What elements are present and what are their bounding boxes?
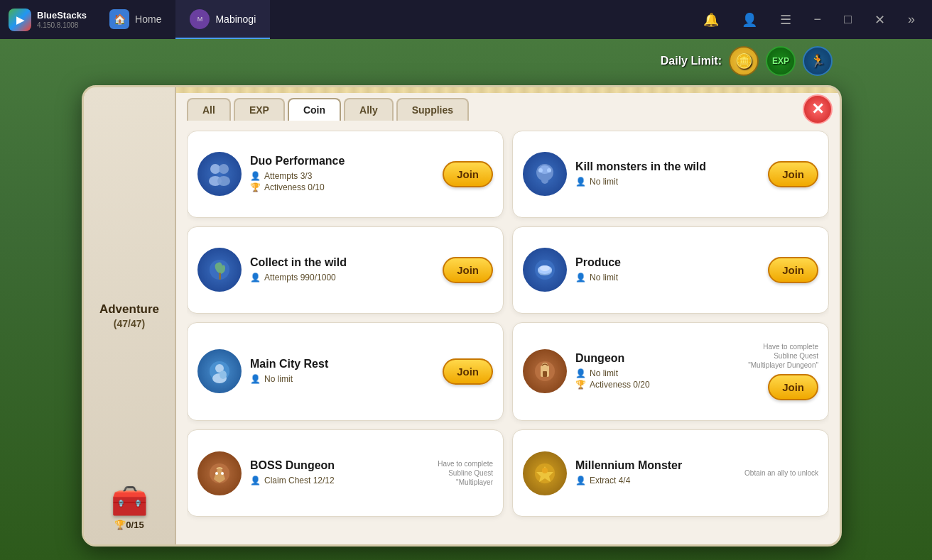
quest-card-millennium: Millennium Monster 👤 Extract 4/4 Obtain … [512, 429, 829, 517]
join-button-collect[interactable]: Join [443, 257, 493, 283]
quest-card-duo: Duo Performance 👤 Attempts 3/3 🏆 Activen… [187, 131, 504, 218]
tab-coin[interactable]: Coin [288, 98, 341, 121]
quest-card-right-dungeon: Have to complete Subline Quest "Multipla… [740, 342, 818, 400]
quest-info-millennium: Millennium Monster 👤 Extract 4/4 [575, 459, 736, 487]
account-icon[interactable]: 👤 [736, 9, 763, 31]
quest-name-collect: Collect in the wild [250, 256, 434, 269]
quest-tab-bar: All EXP Coin Ally Supplies [187, 98, 829, 121]
daily-limit-label: Daily Limit: [661, 55, 722, 67]
svg-rect-10 [219, 273, 221, 280]
quest-info-produce: Produce 👤 No limit [575, 256, 759, 284]
quest-card-boss: BOSS Dungeon 👤 Claim Chest 12/12 Have to… [187, 429, 504, 517]
quest-card-kill-monsters: Kill monsters in the wild 👤 No limit Joi… [512, 131, 829, 218]
quest-icon-boss [197, 451, 242, 495]
svg-point-22 [542, 363, 548, 368]
chest-count: 🏆0/15 [111, 520, 148, 530]
menu-icon[interactable]: ☰ [774, 9, 797, 31]
quest-info-kill: Kill monsters in the wild 👤 No limit [575, 160, 759, 188]
quest-icon-collect [197, 248, 242, 292]
coin-limit-icon[interactable]: 🪙 [729, 46, 759, 76]
tab-ally[interactable]: Ally [344, 98, 394, 121]
quest-name-millennium: Millennium Monster [575, 459, 736, 472]
home-tab-icon: 🏠 [109, 9, 129, 29]
quest-stat-produce-0: 👤 No limit [575, 273, 759, 282]
quest-info-collect: Collect in the wild 👤 Attempts 990/1000 [250, 256, 434, 284]
svg-point-8 [547, 168, 551, 172]
bluestacks-logo-icon: ▶ [9, 9, 31, 31]
maximize-btn[interactable]: □ [838, 9, 857, 30]
notification-icon[interactable]: 🔔 [698, 9, 725, 31]
quest-info-dungeon: Dungeon 👤 No limit 🏆 Activeness 0/20 [575, 352, 732, 391]
join-button-produce[interactable]: Join [768, 257, 818, 283]
quest-stat-millennium-0: 👤 Extract 4/4 [575, 476, 736, 485]
bluestacks-logo-text: BlueStacks 4.150.8.1008 [37, 10, 87, 29]
tab-mabinogi[interactable]: M Mabinogi [175, 0, 270, 39]
close-window-btn[interactable]: ✕ [869, 9, 891, 31]
exp-limit-icon[interactable]: EXP [766, 46, 796, 76]
svg-point-1 [219, 164, 229, 174]
mabi-tab-label: Mabinogi [215, 13, 256, 25]
daily-limit-bar: Daily Limit: 🪙 EXP 🏃 [661, 46, 833, 76]
home-tab-label: Home [135, 13, 161, 25]
tab-exp[interactable]: EXP [234, 98, 285, 121]
tab-home[interactable]: 🏠 Home [95, 0, 175, 39]
svg-point-0 [210, 164, 220, 174]
modal-main-content: All EXP Coin Ally Supplies Duo Per [176, 87, 840, 544]
mabi-tab-icon: M [190, 9, 210, 29]
quest-note-dungeon: Have to complete Subline Quest "Multipla… [740, 342, 818, 370]
main-modal: ✕ Adventure (47/47) 🧰 🏆0/15 All EXP Coin… [82, 85, 842, 547]
sidebar-chest: 🧰 🏆0/15 [111, 483, 148, 530]
sidebar-adventure-label: Adventure (47/47) [99, 302, 159, 330]
quest-card-dungeon: Dungeon 👤 No limit 🏆 Activeness 0/20 Hav… [512, 322, 829, 422]
quest-name-kill: Kill monsters in the wild [575, 160, 759, 173]
quest-icon-rest [197, 349, 242, 393]
topbar-controls: 🔔 👤 ☰ − □ ✕ » [698, 9, 932, 31]
quest-note-boss: Have to complete Subline Quest "Multipla… [415, 459, 493, 487]
quest-icon-wild [523, 152, 567, 196]
bluestacks-logo: ▶ BlueStacks 4.150.8.1008 [0, 9, 95, 31]
svg-point-25 [221, 472, 224, 475]
quest-grid: Duo Performance 👤 Attempts 3/3 🏆 Activen… [187, 131, 829, 524]
figure-limit-icon[interactable]: 🏃 [803, 46, 833, 76]
quest-stat-rest-0: 👤 No limit [250, 374, 434, 384]
quest-icon-produce [523, 248, 567, 292]
more-btn[interactable]: » [902, 9, 921, 30]
quest-stat-dungeon-0: 👤 No limit [575, 368, 732, 378]
tab-supplies[interactable]: Supplies [396, 98, 469, 121]
quest-info-boss: BOSS Dungeon 👤 Claim Chest 12/12 [250, 459, 406, 487]
quest-info-rest: Main City Rest 👤 No limit [250, 358, 434, 385]
quest-name-rest: Main City Rest [250, 358, 434, 370]
quest-name-produce: Produce [575, 256, 759, 269]
quest-name-boss: BOSS Dungeon [250, 459, 406, 472]
quest-stat-collect-0: 👤 Attempts 990/1000 [250, 273, 434, 282]
join-button-rest[interactable]: Join [443, 358, 493, 385]
modal-sidebar: Adventure (47/47) 🧰 🏆0/15 [84, 87, 176, 544]
join-button-dungeon[interactable]: Join [768, 374, 818, 400]
quest-stat-duo-1: 🏆 Activeness 0/10 [250, 182, 434, 192]
quest-icon-millennium [523, 451, 567, 495]
quest-info-duo: Duo Performance 👤 Attempts 3/3 🏆 Activen… [250, 155, 434, 194]
quest-name-dungeon: Dungeon [575, 352, 732, 365]
svg-point-14 [540, 265, 550, 271]
bluestacks-topbar: ▶ BlueStacks 4.150.8.1008 🏠 Home M Mabin… [0, 0, 932, 39]
quest-stat-kill-0: 👤 No limit [575, 177, 759, 187]
quest-stat-boss-0: 👤 Claim Chest 12/12 [250, 476, 406, 485]
svg-rect-21 [543, 371, 547, 377]
quest-card-rest: Main City Rest 👤 No limit Join [187, 322, 504, 422]
chest-icon: 🧰 [111, 483, 148, 518]
svg-point-18 [220, 370, 227, 379]
modal-close-button[interactable]: ✕ [803, 94, 833, 124]
quest-name-duo: Duo Performance [250, 155, 434, 168]
quest-icon-dungeon [523, 349, 567, 393]
quest-card-collect: Collect in the wild 👤 Attempts 990/1000 … [187, 226, 504, 314]
quest-stat-duo-0: 👤 Attempts 3/3 [250, 171, 434, 181]
tab-all[interactable]: All [187, 98, 231, 121]
quest-icon-duo [197, 152, 242, 196]
svg-rect-6 [541, 175, 548, 184]
quest-card-produce: Produce 👤 No limit Join [512, 226, 829, 314]
join-button-kill[interactable]: Join [768, 161, 818, 187]
svg-point-3 [217, 176, 230, 186]
svg-point-7 [538, 168, 543, 172]
join-button-duo[interactable]: Join [443, 161, 493, 187]
minimize-btn[interactable]: − [808, 9, 828, 30]
